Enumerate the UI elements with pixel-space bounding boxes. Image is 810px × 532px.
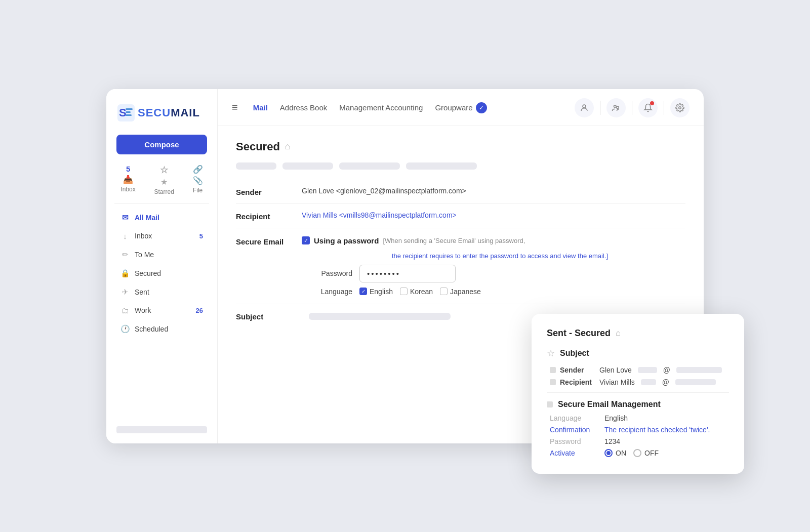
subject-label: Subject	[236, 312, 302, 321]
recipient-label: Recipient	[236, 211, 302, 221]
sender-value: Glen Love <glenlove_02@mailinspectplatfo…	[302, 187, 685, 195]
skeleton-bar-3	[339, 162, 400, 170]
popup-recipient-label: Recipient	[560, 378, 595, 386]
password-label: Password	[302, 269, 352, 277]
popup-activate-row: Activate ON OFF	[547, 449, 729, 457]
nav-management[interactable]: Management Accounting	[339, 103, 423, 112]
popup-recipient-at: @	[662, 378, 669, 386]
recipient-bar2	[675, 379, 716, 385]
folder-bar	[116, 426, 207, 433]
sidebar-item-tome[interactable]: ✏ To Me	[110, 245, 213, 264]
divider2	[632, 101, 632, 115]
inbox-count[interactable]: 5 📥 Inbox	[120, 165, 135, 195]
inbox-count-icon: 📥	[123, 175, 133, 184]
japanese-checkbox[interactable]	[440, 288, 448, 295]
svg-rect-2	[126, 108, 133, 110]
sidebar-item-sent[interactable]: ✈ Sent	[110, 283, 213, 301]
sender-bar1	[638, 367, 657, 373]
user-button[interactable]	[575, 98, 594, 117]
starred-count[interactable]: ☆ ★ Starred	[154, 165, 174, 195]
recipient-bar1	[641, 379, 656, 385]
sidebar-item-inbox[interactable]: ↓ Inbox 5	[110, 227, 213, 245]
hamburger-icon[interactable]: ≡	[232, 102, 238, 113]
skeleton-bar-4	[406, 162, 477, 170]
nav-addressbook[interactable]: Address Book	[280, 103, 327, 112]
popup-section-checkbox	[547, 401, 553, 407]
radio-on-label: ON	[616, 449, 626, 457]
popup-language-row: Language English	[547, 414, 729, 422]
sidebar-item-scheduled[interactable]: 🕐 Scheduled	[110, 320, 213, 338]
top-nav: ≡ Mail Address Book Management Accountin…	[218, 89, 704, 126]
password-input[interactable]	[359, 265, 456, 282]
tome-icon: ✏	[120, 250, 130, 259]
popup-subject-label: Subject	[560, 349, 589, 358]
logo: S SECUMAIL	[106, 103, 217, 135]
popup-activate-label: Activate	[550, 449, 600, 457]
compose-button[interactable]: Compose	[116, 135, 207, 154]
sidebar: S SECUMAIL Compose 5 📥 Inbox ☆ ★ Starred	[106, 89, 218, 443]
activate-on[interactable]: ON	[604, 449, 626, 457]
popup-subject-row: ☆ Subject	[547, 348, 729, 359]
popup-sender-name: Glen Love	[599, 366, 632, 374]
sender-label: Sender	[236, 187, 302, 196]
popup-card: Sent - Secured ⌂ ☆ Subject Sender Glen L…	[532, 314, 744, 474]
secure-email-top: ✓ Using a password [When sending a 'Secu…	[302, 236, 608, 245]
language-row: Language ✓ English Korean J	[302, 288, 608, 296]
sidebar-item-secured[interactable]: 🔒 Secured	[110, 264, 213, 282]
popup-sender-row: Sender Glen Love @	[547, 366, 729, 374]
popup-divider	[547, 392, 729, 393]
svg-point-5	[583, 105, 586, 108]
sidebar-item-work[interactable]: 🗂 Work 26	[110, 302, 213, 319]
nav-groupware[interactable]: Groupware ✓	[435, 102, 487, 113]
password-row: Password	[302, 265, 608, 282]
popup-sender-at: @	[663, 366, 670, 374]
file-count[interactable]: 🔗 📎 File	[193, 165, 203, 195]
skeleton-row	[236, 162, 685, 170]
lang-english[interactable]: ✓ English	[359, 288, 393, 296]
svg-text:S: S	[119, 106, 127, 119]
topnav-icons	[575, 98, 690, 117]
korean-checkbox[interactable]	[400, 288, 408, 295]
lang-japanese[interactable]: Japanese	[440, 288, 481, 296]
skeleton-bar-1	[236, 162, 276, 170]
starred-icon: ★	[160, 177, 168, 187]
lang-korean[interactable]: Korean	[400, 288, 433, 296]
secure-email-label: Secure Email	[236, 236, 302, 246]
contacts-button[interactable]	[606, 98, 626, 117]
inbox-icon: ↓	[120, 232, 130, 240]
notification-dot	[650, 101, 654, 105]
divider1	[600, 101, 600, 115]
popup-sender-checkbox	[550, 367, 556, 373]
secured-icon: 🔒	[120, 269, 130, 278]
form-home-icon: ⌂	[285, 141, 291, 152]
subject-input-skeleton	[309, 313, 451, 320]
popup-recipient-row: Recipient Vivian Mills @	[547, 378, 729, 386]
english-checkbox[interactable]: ✓	[359, 288, 367, 295]
popup-language-value: English	[604, 414, 628, 422]
main-content: ≡ Mail Address Book Management Accountin…	[218, 89, 704, 443]
activate-radio-group: ON OFF	[604, 449, 659, 457]
file-icon: 📎	[193, 176, 203, 185]
nav-mail[interactable]: Mail	[253, 103, 268, 112]
activate-off[interactable]: OFF	[633, 449, 659, 457]
using-password-label: Using a password	[314, 236, 379, 245]
popup-password-label: Password	[550, 437, 600, 445]
secure-note: [When sending a 'Secure Email' using pas…	[383, 237, 525, 244]
using-password-checkbox[interactable]: ✓	[302, 236, 310, 244]
popup-password-value: 1234	[604, 437, 620, 445]
radio-off-circle[interactable]	[633, 449, 641, 457]
sent-icon: ✈	[120, 288, 130, 297]
popup-confirmation-label: Confirmation	[550, 426, 600, 434]
sidebar-item-allmail[interactable]: ✉ All Mail	[110, 209, 213, 227]
form-title-row: Secured ⌂	[236, 140, 685, 153]
svg-point-8	[679, 106, 681, 109]
svg-rect-3	[126, 111, 131, 113]
settings-button[interactable]	[670, 98, 690, 117]
recipient-row: Recipient Vivian Mills <vmills98@mailins…	[236, 204, 685, 228]
nav-groupware-label: Groupware	[435, 103, 472, 112]
secure-email-row: Secure Email ✓ Using a password [When se…	[236, 228, 685, 304]
svg-rect-4	[126, 114, 132, 116]
radio-on-circle[interactable]	[604, 449, 613, 457]
recipient-value: Vivian Mills <vmills98@mailinspectplatfo…	[302, 211, 685, 219]
bell-button[interactable]	[638, 98, 658, 117]
